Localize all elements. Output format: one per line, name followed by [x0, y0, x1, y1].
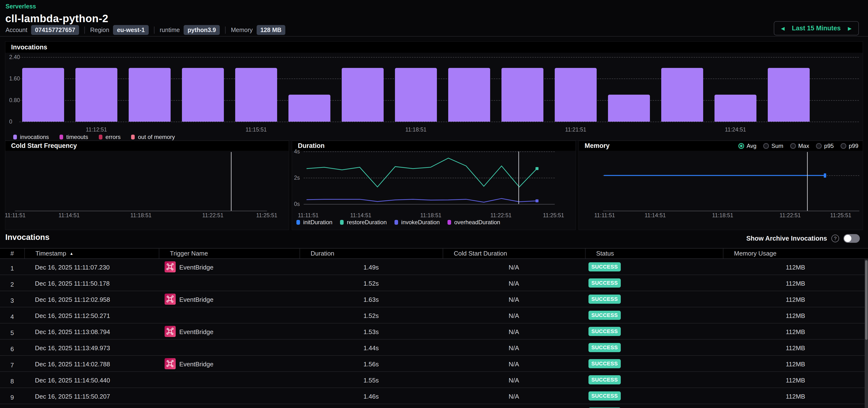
table-row[interactable]: 4Dec 16, 2025 11:12:50.2711.52sN/ASUCCES…	[0, 307, 868, 323]
table-row[interactable]: 3Dec 16, 2025 11:12:02.958EventBridge1.6…	[0, 291, 868, 307]
cell-timestamp: Dec 16, 2025 11:12:50.271	[24, 307, 159, 323]
cell-status: SUCCESS	[585, 307, 723, 323]
cell-trigger: EventBridge	[159, 259, 300, 275]
legend-label: restoreDuration	[347, 219, 386, 226]
meta-memory-value: 128 MB	[257, 25, 285, 35]
x-axis	[15, 211, 267, 211]
radio-p95-icon[interactable]	[816, 143, 822, 149]
legend-item-invokeDuration[interactable]: invokeDuration	[395, 219, 440, 226]
col-header-timestamp[interactable]: Timestamp▲	[24, 249, 159, 258]
meta-account-value: 074157727657	[31, 25, 79, 35]
legend-swatch	[447, 220, 451, 225]
legend-label: invokeDuration	[401, 219, 440, 226]
time-range-label[interactable]: Last 15 Minutes	[792, 25, 841, 32]
radio-p95[interactable]: p95	[816, 143, 834, 149]
trigger-name: EventBridge	[179, 326, 214, 336]
page-title: cll-lambda-python-2	[5, 12, 108, 25]
table-row[interactable]: 1Dec 16, 2025 11:11:07.230EventBridge1.4…	[0, 259, 868, 275]
cell-timestamp: Dec 16, 2025 11:14:50.440	[24, 372, 159, 387]
trigger-name: EventBridge	[179, 293, 214, 304]
invocations-bar	[342, 68, 384, 122]
x-tick-label: 11:25:51	[256, 212, 277, 219]
legend-item-overheadDuration[interactable]: overheadDuration	[447, 219, 500, 226]
help-icon[interactable]: ?	[831, 234, 839, 242]
cell-rank: 9	[0, 388, 24, 404]
cell-trigger: EventBridge	[159, 323, 300, 339]
cell-duration: 1.63s	[300, 291, 443, 307]
radio-max[interactable]: Max	[790, 143, 809, 149]
cell-timestamp: Dec 16, 2025 11:14:02.788	[24, 356, 159, 371]
invocations-bar-plot	[15, 57, 863, 122]
invocations-bar	[501, 68, 544, 122]
cell-trigger	[159, 275, 300, 291]
time-marker-line	[518, 152, 519, 204]
radio-p99-label: p99	[849, 143, 858, 149]
legend-item-invocations[interactable]: invocations	[13, 134, 49, 140]
cell-cold-start-duration: N/A	[443, 323, 585, 339]
archive-toggle-label: Show Archive Invocations	[746, 235, 827, 242]
legend-item-errors[interactable]: errors	[99, 134, 121, 140]
status-badge: SUCCESS	[588, 327, 621, 336]
radio-p99-icon[interactable]	[840, 143, 846, 149]
table-row[interactable]: 7Dec 16, 2025 11:14:02.788EventBridge1.5…	[0, 356, 868, 372]
toggle-knob	[844, 235, 851, 242]
col-header-duration[interactable]: Duration	[300, 249, 443, 258]
cell-rank: 5	[0, 323, 24, 339]
col-header-trigger-name[interactable]: Trigger Name	[159, 249, 300, 258]
status-badge: SUCCESS	[588, 343, 621, 352]
time-range-prev-icon[interactable]: ◀	[781, 26, 785, 31]
table-row[interactable]: 9Dec 16, 2025 11:15:50.2071.46sN/ASUCCES…	[0, 388, 868, 404]
cell-memory-usage: 112MB	[723, 372, 868, 387]
invocations-bar	[448, 68, 490, 122]
time-range-selector[interactable]: ◀ Last 15 Minutes ▶	[774, 21, 859, 35]
breadcrumb[interactable]: Serverless	[5, 3, 36, 10]
col-header-rank[interactable]: #	[0, 249, 24, 258]
cell-trigger	[159, 372, 300, 387]
table-row[interactable]: 2Dec 16, 2025 11:11:50.1781.52sN/ASUCCES…	[0, 275, 868, 291]
time-marker-line	[807, 152, 808, 211]
invocations-bar	[129, 68, 170, 122]
invocations-bar	[22, 68, 64, 122]
eventbridge-icon	[164, 358, 176, 369]
cell-status: SUCCESS	[585, 291, 723, 307]
table-row[interactable]: SUCCESS	[0, 404, 868, 408]
legend-swatch	[395, 220, 398, 225]
cell-duration: 1.53s	[300, 323, 443, 339]
table-row[interactable]: 8Dec 16, 2025 11:14:50.4401.55sN/ASUCCES…	[0, 372, 868, 388]
radio-avg-icon[interactable]	[738, 143, 744, 149]
legend-item-initDuration[interactable]: initDuration	[297, 219, 332, 226]
scrollbar-thumb[interactable]	[865, 260, 868, 340]
legend-item-out-of-memory[interactable]: out of memory	[131, 134, 175, 140]
legend-item-timeouts[interactable]: timeouts	[60, 134, 88, 140]
table-row[interactable]: 5Dec 16, 2025 11:13:08.794EventBridge1.5…	[0, 323, 868, 340]
meta-memory-label: Memory	[231, 27, 252, 33]
radio-p99[interactable]: p99	[840, 143, 858, 149]
cell-trigger	[159, 388, 300, 404]
col-header-memory-usage[interactable]: Memory Usage	[723, 249, 868, 258]
legend-item-restoreDuration[interactable]: restoreDuration	[340, 219, 386, 226]
divider	[225, 27, 225, 34]
radio-avg[interactable]: Avg	[738, 143, 756, 149]
radio-sum-icon[interactable]	[763, 143, 769, 149]
cell-status: SUCCESS	[585, 275, 723, 291]
archive-toggle-switch[interactable]	[843, 234, 860, 243]
x-tick-label: 11:24:51	[725, 126, 746, 133]
cell-memory-usage: 112MB	[723, 291, 868, 307]
radio-sum[interactable]: Sum	[763, 143, 783, 149]
memory-chart-header: Memory Avg Sum Max p95 p99	[579, 141, 863, 151]
trigger-name: EventBridge	[179, 261, 214, 271]
table-row[interactable]: 6Dec 16, 2025 11:13:49.9731.44sN/ASUCCES…	[0, 340, 868, 356]
archive-toggle-row: Show Archive Invocations ?	[746, 234, 860, 243]
cell-rank: 1	[0, 259, 24, 275]
col-header-status[interactable]: Status	[585, 249, 723, 258]
memory-chart-title: Memory	[579, 142, 610, 150]
cell-duration: 1.44s	[300, 340, 443, 355]
divider	[0, 36, 868, 37]
time-range-next-icon[interactable]: ▶	[848, 26, 851, 31]
table-scrollbar[interactable]	[865, 259, 868, 408]
cell-memory-usage: 112MB	[723, 340, 868, 355]
radio-max-icon[interactable]	[790, 143, 796, 149]
col-header-cold-start-duration[interactable]: Cold Start Duration	[443, 249, 585, 258]
meta-region-value: eu-west-1	[113, 25, 149, 35]
sort-asc-icon[interactable]: ▲	[70, 251, 73, 256]
